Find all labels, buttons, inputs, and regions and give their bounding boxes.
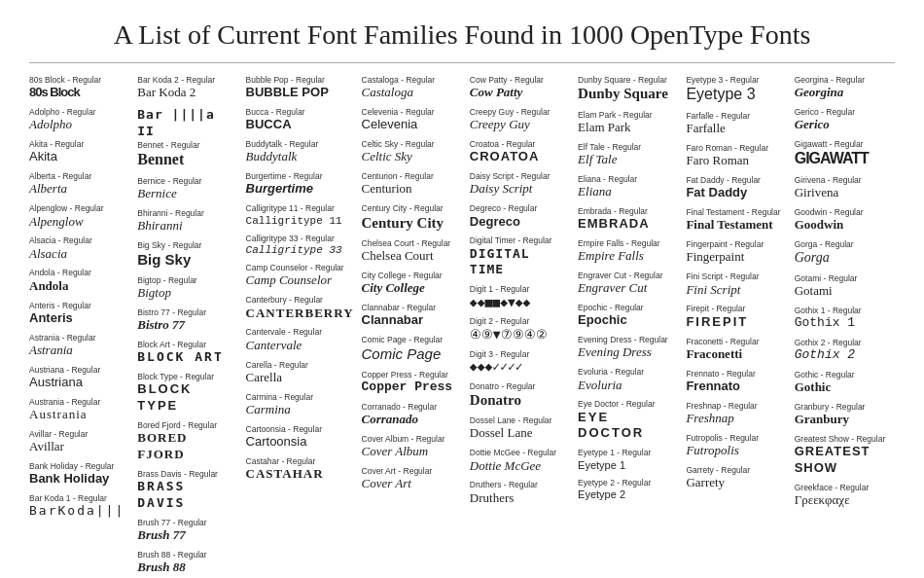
font-label: Gothic - Regular: [795, 370, 895, 379]
font-entry: Empire Falls - RegularEmpire Falls: [578, 238, 678, 265]
font-display: Daisy Script: [470, 181, 570, 198]
font-label: Eyetype 1 - Regular: [578, 448, 678, 457]
font-entry: Celevenia - RegularCelevenia: [362, 107, 462, 133]
font-entry: Brass Davis - RegularBRASS DAVIS: [137, 469, 237, 512]
font-label: Calligritype 11 - Regular: [246, 203, 354, 213]
font-entry: Fingerpaint - RegularFingerpaint: [686, 239, 786, 266]
font-display: Akita: [29, 149, 129, 165]
font-label: Calligritype 33 - Regular: [246, 234, 354, 243]
font-label: Donatro - Regular: [470, 381, 570, 391]
font-label: Fingerpaint - Regular: [686, 239, 786, 249]
font-label: Cow Patty - Regular: [470, 75, 570, 85]
font-entry: Futropolis - RegularFutropolis: [686, 433, 786, 459]
font-display: Dunby Square: [578, 85, 678, 104]
font-display: Calligritype 11: [246, 214, 354, 228]
font-label: Granbury - Regular: [795, 402, 895, 412]
font-label: Century City - Regular: [362, 203, 462, 213]
font-display: Γρεεκφαχε: [795, 492, 895, 509]
font-display: Big Sky: [137, 250, 237, 270]
font-display: Final Testament: [686, 217, 786, 234]
font-label: Alsacia - Regular: [29, 235, 129, 245]
font-display: Andola: [29, 278, 129, 295]
font-entry: Bar Koda 1 - RegularBarKoda|||: [29, 493, 129, 520]
font-label: Elf Tale - Regular: [578, 142, 678, 152]
font-display: Corranado: [362, 412, 462, 428]
font-entry: Bernice - RegularBernice: [137, 176, 237, 202]
font-entry: Castahar - RegularCASTAHAR: [246, 456, 354, 483]
font-display: Centurion: [362, 181, 462, 198]
font-label: Fraconetti - Regular: [686, 337, 786, 346]
font-entry: Celtic Sky - RegularCeltic Sky: [362, 139, 462, 165]
font-label: Celevenia - Regular: [362, 107, 462, 117]
font-entry: Bank Holiday - RegularBank Holiday: [29, 461, 129, 488]
font-label: Andola - Regular: [29, 268, 129, 277]
font-label: Futropolis - Regular: [686, 433, 786, 443]
font-label: Cartoonsia - Regular: [246, 424, 354, 434]
font-entry: Andola - RegularAndola: [29, 268, 129, 294]
font-label: Gorga - Regular: [795, 239, 895, 249]
font-entry: Croatoa - RegularCROATOA: [470, 139, 570, 165]
font-label: Comic Page - Regular: [362, 335, 462, 344]
font-display: EMBRADA: [578, 216, 678, 233]
font-entry: Eye Doctor - RegularEYE DOCTOR: [578, 399, 678, 442]
font-entry: Girivena - RegularGirivena: [795, 175, 895, 201]
font-label: Creepy Guy - Regular: [470, 107, 570, 117]
font-display: Century City: [362, 214, 462, 234]
font-column-6: Eyetype 3 - RegularEyetype 3Farfalle - R…: [686, 75, 786, 578]
font-label: Bistro 77 - Regular: [137, 307, 237, 317]
font-entry: Bennet - RegularBennet: [137, 140, 237, 170]
font-display: ◆◆■■◆▼◆◆: [470, 295, 570, 311]
font-display: Degreco: [470, 214, 570, 231]
font-label: Fat Daddy - Regular: [686, 175, 786, 185]
font-display: Eyetype 3: [686, 85, 786, 105]
font-label: Eliana - Regular: [578, 174, 678, 184]
font-label: City College - Regular: [362, 271, 462, 280]
font-label: Brass Davis - Regular: [137, 469, 237, 479]
font-entry: Greatest Show - RegularGREATEST SHOW: [795, 434, 895, 477]
font-column-7: Georgina - RegularGeorginaGerico - Regul…: [795, 75, 895, 578]
font-label: Brush 88 - Regular: [137, 550, 237, 560]
divider: [29, 62, 895, 63]
font-display: GIGAWATT: [795, 149, 895, 169]
font-display: Eliana: [578, 184, 678, 200]
font-entry: Centurion - RegularCenturion: [362, 171, 462, 198]
font-entry: Cartoonsia - RegularCartoonsia: [246, 424, 354, 451]
font-display: Empire Falls: [578, 248, 678, 265]
font-label: Digit 1 - Regular: [470, 284, 570, 294]
font-label: Gotami - Regular: [795, 273, 895, 283]
font-entry: Century City - RegularCentury City: [362, 203, 462, 233]
font-label: Adolpho - Regular: [29, 107, 129, 117]
font-label: Astrania - Regular: [29, 333, 129, 343]
font-display: GREATEST SHOW: [795, 444, 895, 477]
font-entry: Degreco - RegularDegreco: [470, 203, 570, 230]
font-label: Freshnap - Regular: [686, 401, 786, 411]
font-entry: Dunby Square - RegularDunby Square: [578, 75, 678, 104]
font-display: Adolpho: [29, 117, 129, 133]
font-display: Engraver Cut: [578, 280, 678, 297]
font-entry: Carella - RegularCarella: [246, 360, 354, 386]
font-display: Bernice: [137, 186, 237, 202]
font-label: Akita - Regular: [29, 139, 129, 149]
font-entry: Camp Counselor - RegularCamp Counselor: [246, 263, 354, 289]
font-display: Clannabar: [362, 312, 462, 329]
font-display: Eyetype 2: [578, 488, 678, 501]
font-entry: Epochic - RegularEpochic: [578, 303, 678, 329]
font-display: Buddytalk: [246, 149, 354, 165]
font-label: Eyetype 2 - Regular: [578, 478, 678, 488]
font-label: Gothix 2 - Regular: [795, 338, 895, 347]
font-entry: Evening Dress - RegularEvening Dress: [578, 335, 678, 361]
font-column-4: Cow Patty - RegularCow PattyCreepy Guy -…: [470, 75, 570, 578]
font-label: Firepit - Regular: [686, 304, 786, 313]
font-entry: Gothix 1 - RegularGothix 1: [795, 306, 895, 332]
font-display: Austriana: [29, 375, 129, 391]
font-display: Goodwin: [795, 217, 895, 234]
font-display: BRASS DAVIS: [137, 479, 237, 512]
font-display: Celevenia: [362, 117, 462, 133]
font-label: Camp Counselor - Regular: [246, 263, 354, 272]
font-label: Bar Koda 2 - Regular: [137, 75, 237, 85]
font-display: Futropolis: [686, 443, 786, 459]
font-display: Epochic: [578, 312, 678, 329]
font-display: Camp Counselor: [246, 272, 354, 289]
font-entry: Alberta - RegularAlberta: [29, 171, 129, 198]
font-entry: Canterbury - RegularCANTERBERRY: [246, 295, 354, 321]
